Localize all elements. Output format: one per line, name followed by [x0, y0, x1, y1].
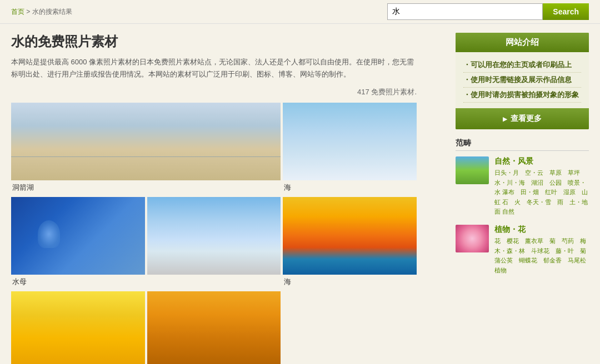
image-label-sea1: 海: [283, 180, 417, 195]
breadcrumb-home-link[interactable]: 首页: [11, 8, 24, 16]
image-group-sky: [147, 197, 281, 289]
image-group-ocean: [283, 291, 417, 364]
image-group-sun: [11, 291, 145, 364]
search-button[interactable]: Search: [543, 3, 589, 20]
image-ocean-blue[interactable]: [283, 291, 417, 364]
intro-item-3: 使用时请勿损害被拍摄对象的形象: [463, 88, 581, 103]
cat-tags-flower: 花 樱花 薰衣草 菊 芍药 梅 木・森・林 斗球花 藤・叶 菊 蒲公英 蝴蝶花 …: [494, 236, 589, 275]
image-group-sunset: 海: [283, 197, 417, 289]
image-sun[interactable]: [11, 291, 145, 364]
cat-info-flower: 植物・花 花 樱花 薰衣草 菊 芍药 梅 木・森・林 斗球花 藤・叶 菊 蒲公英…: [494, 225, 589, 275]
categories-title: 范畴: [456, 138, 589, 151]
page-description: 本网站是提供最高 6000 像素照片素材的日本免费照片素材站点，无论国家、法人还…: [11, 56, 417, 80]
breadcrumb-current: 水的搜索结果: [32, 8, 72, 16]
breadcrumb: 首页 > 水的搜索结果: [11, 7, 72, 17]
result-count: 417 免费照片素材.: [11, 87, 417, 97]
image-sunset[interactable]: [283, 197, 417, 275]
image-jellyfish[interactable]: [11, 197, 145, 275]
search-bar: Search: [387, 3, 589, 20]
page-title: 水的免费照片素材: [11, 33, 444, 50]
more-button[interactable]: 查看更多: [456, 108, 589, 129]
main-layout: 水的免费照片素材 本网站是提供最高 6000 像素照片素材的日本免费照片素材站点…: [0, 24, 600, 364]
intro-item-2: 使用时无需链接及展示作品信息: [463, 73, 581, 88]
image-label-sunset: 海: [283, 275, 417, 289]
cat-name-flower[interactable]: 植物・花: [494, 225, 589, 235]
header: 首页 > 水的搜索结果 Search: [0, 0, 600, 24]
image-orange-wave[interactable]: [147, 291, 281, 364]
image-group-lake: 洞箭湖: [11, 103, 281, 195]
image-group-jellyfish: 水母: [11, 197, 145, 289]
image-sky-blue[interactable]: [147, 197, 281, 275]
content-area: 水的免费照片素材 本网站是提供最高 6000 像素照片素材的日本免费照片素材站点…: [11, 33, 444, 364]
intro-box-content: 可以用在您的主页或者印刷品上 使用时无需链接及展示作品信息 使用时请勿损害被拍摄…: [456, 52, 589, 108]
image-group-sea1: 海: [283, 103, 417, 195]
search-input[interactable]: [387, 3, 543, 20]
intro-list: 可以用在您的主页或者印刷品上 使用时无需链接及展示作品信息 使用时请勿损害被拍摄…: [463, 58, 581, 103]
cat-info-nature: 自然・风景 日头・月 空・云 草原 草坪 水・川・海 湖沼 公园 喷景・水 瀑布…: [494, 156, 589, 217]
cat-thumb-flower: [456, 225, 489, 252]
image-lake[interactable]: [11, 103, 281, 180]
intro-box-title: 网站介绍: [456, 33, 589, 52]
image-label-sky: [147, 275, 281, 279]
image-group-orange: [147, 291, 281, 364]
category-nature[interactable]: 自然・风景 日头・月 空・云 草原 草坪 水・川・海 湖沼 公园 喷景・水 瀑布…: [456, 156, 589, 217]
site-intro-box: 网站介绍 可以用在您的主页或者印刷品上 使用时无需链接及展示作品信息 使用时请勿…: [456, 33, 589, 129]
image-grid: 洞箭湖 海 水母: [11, 103, 417, 364]
image-sea-bright[interactable]: [283, 103, 417, 180]
category-flower[interactable]: 植物・花 花 樱花 薰衣草 菊 芍药 梅 木・森・林 斗球花 藤・叶 菊 蒲公英…: [456, 225, 589, 275]
cat-tags-nature: 日头・月 空・云 草原 草坪 水・川・海 湖沼 公园 喷景・水 瀑布 田・畑 红…: [494, 168, 589, 217]
breadcrumb-separator: >: [26, 8, 32, 16]
image-label-jellyfish: 水母: [11, 275, 145, 289]
intro-item-1: 可以用在您的主页或者印刷品上: [463, 58, 581, 73]
image-label-lake: 洞箭湖: [11, 180, 281, 195]
sidebar: 网站介绍 可以用在您的主页或者印刷品上 使用时无需链接及展示作品信息 使用时请勿…: [456, 33, 589, 364]
cat-name-nature[interactable]: 自然・风景: [494, 156, 589, 166]
cat-thumb-nature: [456, 156, 489, 184]
